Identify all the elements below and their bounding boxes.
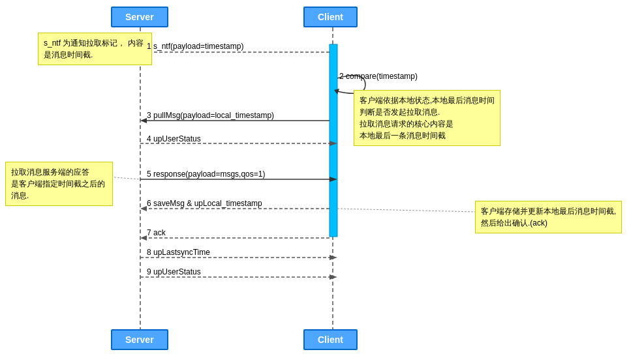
client-actor-bottom: Client [303, 329, 358, 350]
msg9-label: 9 upUserStatus [147, 267, 201, 276]
svg-marker-19 [330, 274, 337, 280]
svg-marker-11 [330, 177, 337, 182]
note-savemsg: 客户端存储并更新本地最后消息时间截,然后给出确认.(ack) [475, 201, 622, 233]
svg-rect-2 [330, 44, 337, 237]
svg-marker-17 [330, 255, 337, 260]
sequence-diagram: Server Client Server Client s_ntf 为通知拉取标… [0, 0, 644, 354]
svg-marker-9 [330, 141, 337, 146]
msg2-label: 2 compare(timestamp) [339, 72, 418, 81]
svg-line-22 [337, 209, 476, 212]
note-compare: 客户端依据本地状态,本地最后消息时间判断是否发起拉取消息.拉取消息请求的核心内容… [354, 90, 500, 146]
note-response: 拉取消息服务端的应答是客户端指定时间截之后的消息. [5, 162, 113, 206]
server-actor-top: Server [111, 7, 168, 27]
client-actor-top: Client [303, 7, 358, 27]
msg1-label: 1 s_ntf(payload=timestamp) [147, 42, 243, 51]
svg-marker-7 [140, 118, 147, 123]
msg8-label: 8 upLastsyncTime [147, 248, 210, 257]
svg-marker-15 [140, 235, 147, 241]
msg5-label: 5 response(payload=msgs,qos=1) [147, 170, 265, 179]
msg4-label: 4 upUserStatus [147, 134, 201, 143]
msg3-label: 3 pullMsg(payload=local_timestamp) [147, 111, 274, 120]
msg7-label: 7 ack [147, 228, 166, 237]
msg6-label: 6 saveMsg & upLocal_timestamp [147, 199, 262, 208]
server-actor-bottom: Server [111, 329, 168, 350]
svg-marker-13 [140, 206, 147, 211]
note-sntf: s_ntf 为通知拉取标记， 内容是消息时间截. [38, 33, 152, 65]
svg-marker-5 [334, 89, 339, 95]
